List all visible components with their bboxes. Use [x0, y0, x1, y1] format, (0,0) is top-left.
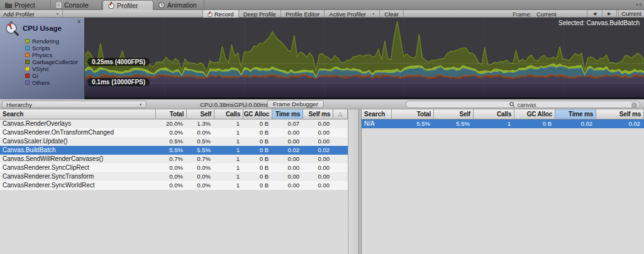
column-header-gc-alloc[interactable]: GC Alloc — [514, 109, 555, 119]
column-header-gc-alloc[interactable]: GC Alloc — [243, 109, 272, 119]
toolbar-segments: Record Deep Profile Profile Editor Activ… — [203, 10, 404, 18]
table-header-row: SearchTotalSelfCallsGC AllocTime msSelf … — [362, 109, 644, 119]
frame-debugger-button[interactable]: Frame Debugger — [267, 100, 324, 108]
legend-item[interactable]: GarbageCollector — [25, 58, 84, 65]
column-header-time-ms[interactable]: Time ms — [272, 109, 303, 119]
row-value: 0.0% — [156, 128, 187, 137]
row-value: 0.5% — [156, 137, 187, 146]
table-row[interactable]: Canvas.BuildBatch5.5%5.5%10 B0.020.02 — [0, 146, 348, 155]
legend-item[interactable]: VSync — [25, 65, 84, 72]
peak-cell — [333, 128, 348, 137]
vertical-scrollbar[interactable] — [348, 109, 358, 254]
row-value: 0.00 — [303, 137, 333, 146]
tab-console[interactable]: Console — [51, 0, 102, 10]
column-header-self-ms[interactable]: Self ms — [303, 109, 333, 119]
row-value: 0.02 — [272, 146, 303, 155]
hierarchy-dropdown[interactable]: Hierarchy ▼ — [2, 101, 147, 108]
row-value: 0.00 — [303, 128, 333, 137]
row-value: 5.5% — [187, 146, 214, 155]
row-value: 0.00 — [303, 181, 333, 190]
menu-lines-icon: ≡ — [639, 2, 642, 8]
add-profiler-label: Add Profiler — [3, 11, 35, 18]
add-profiler-dropdown[interactable]: Add Profiler ▼ — [0, 10, 63, 18]
row-value: 5.5% — [434, 119, 474, 128]
row-value: 1.3% — [187, 119, 214, 128]
cpu-time-stat: CPU:0.38ms — [200, 101, 234, 108]
peak-cell — [333, 155, 348, 163]
table-header-row: SearchTotalSelfCallsGC AllocTime msSelf … — [0, 109, 348, 119]
tab-label: Animation — [167, 1, 197, 9]
row-value: 0.00 — [303, 163, 333, 172]
row-value: 1 — [214, 137, 243, 146]
table-row[interactable]: CanvasRenderer.SyncTransform0.0%0.0%10 B… — [0, 172, 348, 181]
row-value: 0.5% — [187, 137, 214, 146]
column-header-search[interactable]: Search — [0, 109, 156, 119]
legend-color-chip — [25, 39, 30, 43]
previous-frame-button[interactable]: ◀ — [587, 10, 602, 18]
cpu-usage-module: × CPU Usage RenderingScriptsPhysicsGarba… — [0, 18, 644, 99]
row-value: 0.00 — [272, 137, 303, 146]
column-header-self-ms[interactable]: Self ms — [596, 109, 644, 119]
table-row[interactable]: Canvas.SendWillRenderCanvases()0.7%0.7%1… — [0, 155, 348, 163]
record-stopwatch-icon — [208, 11, 213, 17]
row-name: CanvasRenderer.OnTransformChanged — [0, 128, 156, 137]
legend-item[interactable]: Others — [25, 79, 84, 86]
column-header-calls[interactable]: Calls — [474, 109, 514, 119]
legend-item[interactable]: Physics — [25, 52, 84, 58]
row-value: 0 B — [243, 119, 272, 128]
peak-column-header[interactable]: △ — [333, 109, 348, 119]
table-row[interactable]: CanvasScaler.Update()0.5%0.5%10 B0.000.0… — [0, 137, 348, 146]
row-value: 0.0% — [156, 181, 187, 190]
profile-editor-button[interactable]: Profile Editor — [280, 10, 324, 18]
row-value: 0.00 — [303, 155, 333, 163]
pane-menu-icon[interactable]: ▼≡ — [631, 1, 642, 8]
active-profiler-label: Active Profiler — [329, 11, 366, 18]
table-row[interactable]: CanvasRenderer.OnTransformChanged0.0%0.0… — [0, 128, 348, 137]
table-row[interactable]: N/A5.5%5.5%10 B0.020.02 — [362, 119, 644, 128]
column-header-calls[interactable]: Calls — [214, 109, 243, 119]
close-icon[interactable]: × — [77, 18, 81, 25]
panel-header: CPU Usage — [0, 18, 84, 37]
profiler-stopwatch-icon — [108, 2, 114, 9]
table-row[interactable]: Canvas.RenderOverlays20.0%1.3%10 B0.070.… — [0, 119, 348, 128]
unity-profiler-window: Project Console Profiler Animation ▼≡ Ad… — [0, 0, 644, 254]
hierarchy-label: Hierarchy — [6, 101, 32, 108]
active-profiler-dropdown[interactable]: Active Profiler ▼ — [324, 10, 379, 18]
column-header-total[interactable]: Total — [392, 109, 434, 119]
row-value: 1 — [214, 119, 243, 128]
row-value: 0 B — [243, 155, 272, 163]
legend-item-label: Gi — [32, 72, 38, 79]
next-frame-button[interactable]: ▶ — [602, 10, 617, 18]
record-button[interactable]: Record — [203, 10, 238, 18]
tab-animation[interactable]: Animation — [153, 0, 204, 10]
row-value: 1 — [474, 119, 514, 128]
row-value: 1 — [214, 181, 243, 190]
column-header-self[interactable]: Self — [187, 109, 214, 119]
search-input[interactable]: canvas × — [406, 101, 640, 108]
legend-item[interactable]: Scripts — [25, 45, 84, 52]
clear-search-icon[interactable]: × — [631, 102, 637, 108]
legend-item-label: Rendering — [32, 38, 59, 45]
profiler-toolbar: Add Profiler ▼ Record Deep Profile Profi… — [0, 10, 644, 18]
table-row[interactable]: CanvasRenderer.SyncClipRect0.0%0.0%10 B0… — [0, 163, 348, 172]
row-value: 0 B — [243, 146, 272, 155]
table-row[interactable]: CanvasRenderer.SyncWorldRect0.0%0.0%10 B… — [0, 181, 348, 190]
tab-project[interactable]: Project — [0, 0, 51, 10]
peak-cell — [333, 181, 348, 190]
profile-editor-label: Profile Editor — [286, 11, 319, 18]
legend-item[interactable]: Gi — [25, 72, 84, 79]
column-header-total[interactable]: Total — [156, 109, 187, 119]
deep-profile-button[interactable]: Deep Profile — [238, 10, 280, 18]
column-header-search[interactable]: Search — [362, 109, 392, 119]
frame-value[interactable]: Current — [536, 11, 557, 18]
table-body: Canvas.RenderOverlays20.0%1.3%10 B0.070.… — [0, 119, 348, 190]
column-header-self[interactable]: Self — [434, 109, 474, 119]
clear-button[interactable]: Clear — [379, 10, 404, 18]
current-frame-button[interactable]: Current — [618, 10, 644, 18]
row-value: 1 — [214, 146, 243, 155]
legend-item[interactable]: Rendering — [25, 38, 84, 45]
cpu-chart[interactable]: 0.25ms (4000FPS) 0.1ms (10000FPS) Select… — [85, 18, 644, 99]
tab-profiler[interactable]: Profiler — [103, 0, 153, 10]
column-header-time-ms[interactable]: Time ms — [555, 109, 596, 119]
profiler-tables: SearchTotalSelfCallsGC AllocTime msSelf … — [0, 109, 644, 254]
